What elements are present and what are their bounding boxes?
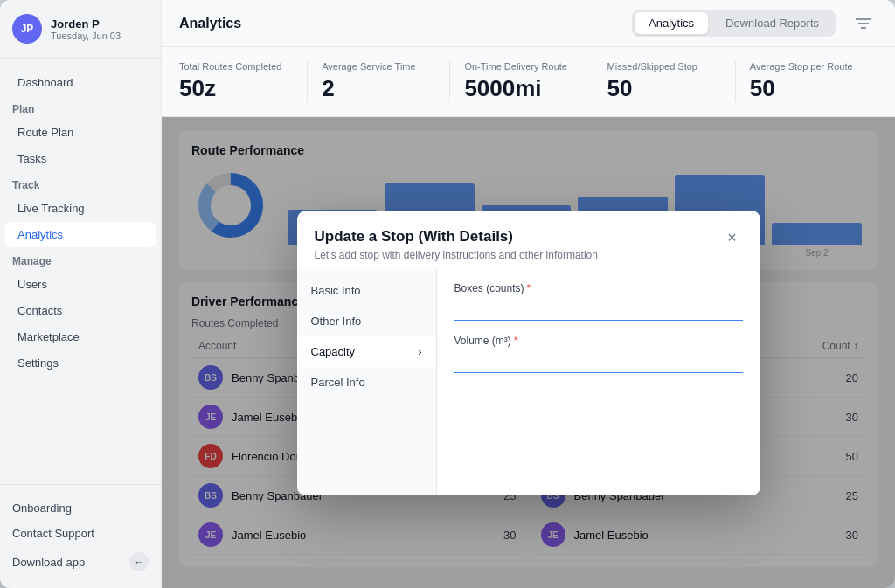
filter-icon[interactable] [850, 10, 878, 38]
nav-section-track: Track [0, 172, 161, 195]
content-area: Route Performance [162, 117, 895, 588]
stat-ontime-value: 5000mi [464, 75, 578, 102]
stat-avg-stop-value: 50 [750, 75, 864, 102]
main-content: Analytics Analytics Download Reports Tot… [162, 0, 895, 588]
boxes-input[interactable] [454, 300, 743, 321]
stat-avg-service-value: 2 [322, 75, 435, 102]
form-label-volume: Volume (m³) * [454, 335, 743, 347]
modal-header-text: Update a Stop (With Details) Let's add s… [315, 228, 598, 261]
form-field-volume: Volume (m³) * [454, 335, 743, 373]
stat-missed-label: Missed/Skipped Stop [607, 61, 721, 72]
sidebar-item-download-app[interactable]: Download app ← [12, 546, 149, 578]
contact-support-label: Contact Support [12, 527, 94, 540]
modal-title: Update a Stop (With Details) [315, 228, 598, 246]
sidebar-item-dashboard[interactable]: Dashboard [5, 70, 156, 95]
sidebar-item-analytics[interactable]: Analytics [5, 222, 156, 247]
avatar: JP [12, 14, 42, 44]
profile-info: Jorden P Tuesday, Jun 03 [51, 17, 121, 41]
sidebar-nav: Dashboard Plan Route Plan Tasks Track Li… [0, 59, 161, 484]
modal-form-content: Boxes (counts) * Volume (m³) * [437, 268, 760, 495]
sidebar-item-contact-support[interactable]: Contact Support [12, 521, 149, 546]
volume-input[interactable] [454, 352, 743, 373]
sidebar-item-marketplace[interactable]: Marketplace [5, 324, 156, 349]
topbar: Analytics Analytics Download Reports [162, 0, 895, 47]
chevron-right-icon: › [418, 345, 421, 358]
tab-analytics[interactable]: Analytics [635, 12, 708, 34]
download-app-label: Download app [12, 556, 85, 569]
nav-section-manage: Manage [0, 248, 161, 271]
sidebar-item-settings[interactable]: Settings [5, 350, 156, 376]
stats-row: Total Routes Completed 50z Average Servi… [162, 47, 895, 117]
onboarding-label: Onboarding [12, 502, 72, 515]
sidebar-item-contacts[interactable]: Contacts [5, 298, 156, 323]
stat-missed-stop: Missed/Skipped Stop 50 [593, 61, 736, 102]
stat-avg-stop-label: Average Stop per Route [750, 61, 864, 72]
stat-avg-service: Average Service Time 2 [308, 61, 450, 102]
stat-missed-value: 50 [607, 75, 721, 102]
required-indicator: * [527, 282, 531, 294]
stat-total-routes: Total Routes Completed 50z [179, 61, 308, 102]
modal-nav-other-info[interactable]: Other Info [297, 306, 436, 336]
sidebar-item-live-tracking[interactable]: Live Tracking [5, 196, 156, 221]
modal-sidebar: Basic Info Other Info Capacity › Parcel … [297, 268, 437, 495]
stat-total-routes-value: 50z [179, 75, 293, 102]
modal-header: Update a Stop (With Details) Let's add s… [297, 211, 760, 268]
modal-close-button[interactable]: × [722, 228, 743, 249]
sidebar-item-route-plan[interactable]: Route Plan [5, 120, 156, 145]
stat-avg-stop: Average Stop per Route 50 [736, 61, 878, 102]
modal: Update a Stop (With Details) Let's add s… [297, 211, 760, 495]
modal-nav-capacity[interactable]: Capacity › [297, 336, 436, 367]
required-indicator-2: * [514, 335, 518, 347]
sidebar-bottom: Onboarding Contact Support Download app … [0, 484, 161, 588]
sidebar-item-onboarding[interactable]: Onboarding [12, 495, 149, 521]
stat-ontime-label: On-Time Delivery Route [464, 61, 578, 72]
download-arrow-icon: ← [129, 552, 149, 571]
topbar-tabs: Analytics Download Reports [632, 10, 836, 37]
form-field-boxes: Boxes (counts) * [454, 282, 743, 321]
sidebar-item-tasks[interactable]: Tasks [5, 146, 156, 171]
form-label-boxes: Boxes (counts) * [454, 282, 743, 294]
sidebar: JP Jorden P Tuesday, Jun 03 Dashboard Pl… [0, 0, 162, 588]
app-window: JP Jorden P Tuesday, Jun 03 Dashboard Pl… [0, 0, 895, 588]
sidebar-item-users[interactable]: Users [5, 272, 156, 297]
modal-subtitle: Let's add stop with delivery instruction… [315, 249, 598, 261]
page-title: Analytics [179, 16, 632, 31]
tab-download-reports[interactable]: Download Reports [711, 12, 833, 34]
profile-section: JP Jorden P Tuesday, Jun 03 [0, 0, 161, 59]
modal-nav-basic-info[interactable]: Basic Info [297, 275, 436, 306]
stat-total-routes-label: Total Routes Completed [179, 61, 293, 72]
stat-ontime-delivery: On-Time Delivery Route 5000mi [450, 61, 593, 102]
nav-section-plan: Plan [0, 96, 161, 119]
stat-avg-service-label: Average Service Time [322, 61, 435, 72]
profile-name: Jorden P [51, 17, 121, 31]
profile-date: Tuesday, Jun 03 [51, 31, 121, 41]
modal-body: Basic Info Other Info Capacity › Parcel … [297, 268, 760, 495]
modal-overlay: Update a Stop (With Details) Let's add s… [162, 117, 895, 588]
modal-nav-parcel-info[interactable]: Parcel Info [297, 367, 436, 398]
